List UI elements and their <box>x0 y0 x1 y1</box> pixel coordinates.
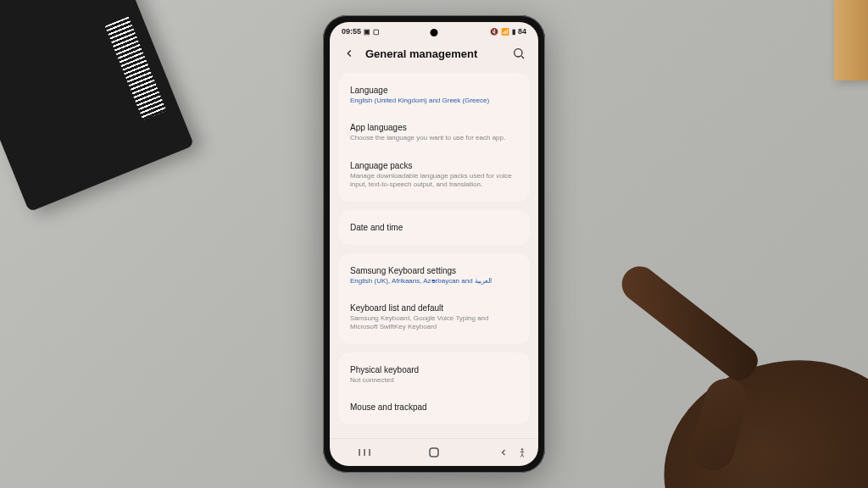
svg-rect-5 <box>430 448 438 457</box>
status-time: 09:55 <box>342 27 361 36</box>
setting-language[interactable]: Language English (United Kingdom) and Gr… <box>338 76 530 114</box>
settings-group: Language English (United Kingdom) and Gr… <box>338 73 530 202</box>
setting-date-time[interactable]: Date and time <box>338 214 530 241</box>
page-title: General management <box>365 47 503 60</box>
svg-point-0 <box>515 49 522 57</box>
search-button[interactable] <box>511 46 526 61</box>
wood-prop <box>834 0 868 80</box>
battery-level: 84 <box>518 27 526 36</box>
back-button[interactable] <box>342 46 357 61</box>
phone-device: 09:55 ▣ ▢ 🔇 📶 ▮ 84 General management <box>323 15 545 473</box>
notification-icon: ▢ <box>373 28 380 36</box>
desk-surface: Galaxy S25 Ultra 09:55 ▣ ▢ 🔇 📶 ▮ 84 <box>0 0 868 488</box>
product-box: Galaxy S25 Ultra <box>0 0 194 212</box>
home-button[interactable] <box>424 446 444 459</box>
hand <box>614 242 868 488</box>
wifi-icon: 📶 <box>501 28 509 36</box>
navigation-bar <box>330 438 538 466</box>
setting-samsung-keyboard[interactable]: Samsung Keyboard settings English (UK), … <box>338 257 530 294</box>
settings-group: Samsung Keyboard settings English (UK), … <box>338 253 530 344</box>
accessibility-button[interactable] <box>516 447 528 459</box>
svg-line-1 <box>521 56 524 58</box>
back-nav-button[interactable] <box>493 446 514 459</box>
setting-language-packs[interactable]: Language packs Manage downloadable langu… <box>338 152 530 198</box>
camera-hole <box>431 29 438 36</box>
recents-button[interactable] <box>354 446 375 459</box>
signal-icon: ▮ <box>512 28 515 36</box>
camera-icon: ▣ <box>364 28 370 36</box>
phone-screen: 09:55 ▣ ▢ 🔇 📶 ▮ 84 General management <box>330 22 538 466</box>
settings-group: Date and time <box>338 210 530 245</box>
setting-app-languages[interactable]: App languages Choose the language you wa… <box>338 114 530 151</box>
setting-physical-keyboard[interactable]: Physical keyboard Not connected <box>338 356 530 393</box>
barcode <box>105 17 167 121</box>
settings-list[interactable]: Language English (United Kingdom) and Gr… <box>330 73 538 438</box>
settings-group: Physical keyboard Not connected Mouse an… <box>338 352 530 424</box>
setting-mouse-trackpad[interactable]: Mouse and trackpad <box>338 393 530 421</box>
mute-icon: 🔇 <box>490 28 498 36</box>
svg-point-6 <box>521 448 523 450</box>
setting-keyboard-list[interactable]: Keyboard list and default Samsung Keyboa… <box>338 294 530 341</box>
settings-header: General management <box>330 37 538 73</box>
